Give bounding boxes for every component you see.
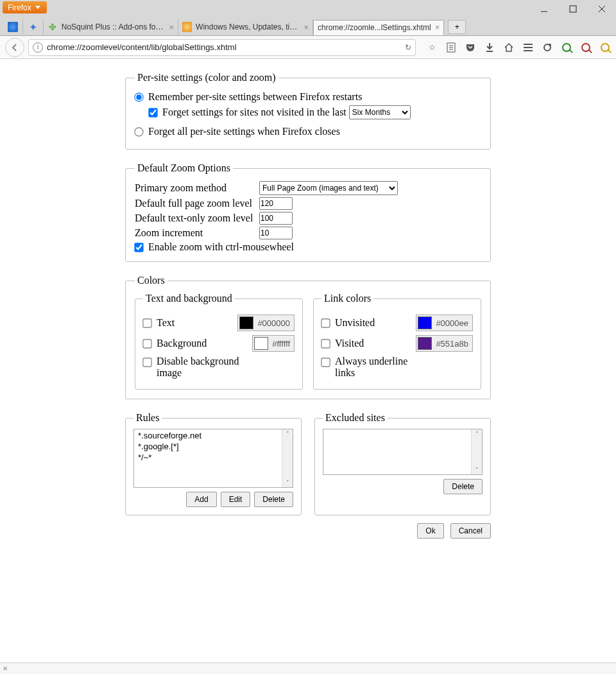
full-zoom-label: Default full page zoom level bbox=[135, 198, 259, 209]
scrollbar[interactable]: ˄˅ bbox=[282, 429, 293, 487]
new-tab-button[interactable]: + bbox=[448, 20, 466, 34]
unvisited-checkbox[interactable] bbox=[321, 318, 330, 327]
add-rule-button[interactable]: Add bbox=[186, 492, 216, 507]
full-zoom-input[interactable] bbox=[259, 197, 293, 210]
scroll-down-icon[interactable]: ˅ bbox=[475, 465, 479, 474]
zoom-legend: Default Zoom Options bbox=[135, 162, 233, 174]
nav-toolbar: i ↻ ☆ bbox=[0, 36, 616, 59]
firefox-menu-label: Firefox bbox=[8, 3, 31, 12]
list-item[interactable]: *.google.[*] bbox=[138, 442, 289, 453]
delete-excluded-button[interactable]: Delete bbox=[443, 479, 483, 494]
color-hex: #ffffff bbox=[272, 339, 290, 349]
cancel-button[interactable]: Cancel bbox=[450, 523, 491, 539]
scroll-up-icon[interactable]: ˄ bbox=[286, 429, 289, 438]
rules-fieldset: Rules *.sourceforge.net *.google.[*] */~… bbox=[125, 412, 302, 515]
close-button[interactable] bbox=[587, 0, 616, 18]
ctrl-wheel-label: Enable zoom with ctrl-mousewheel bbox=[148, 241, 294, 253]
addon-favicon-icon: ✤ bbox=[47, 22, 58, 32]
scroll-down-icon[interactable]: ˅ bbox=[286, 478, 289, 487]
maximize-button[interactable] bbox=[558, 0, 587, 18]
scroll-up-icon[interactable]: ˄ bbox=[475, 429, 479, 438]
firefox-menu-button[interactable]: Firefox bbox=[3, 1, 47, 13]
zoom-increment-label: Zoom increment bbox=[135, 227, 259, 239]
status-bar: ✕ bbox=[0, 662, 616, 674]
menu-icon[interactable] bbox=[522, 42, 534, 53]
forget-old-checkbox[interactable] bbox=[148, 108, 157, 117]
dialog-buttons: Ok Cancel bbox=[125, 523, 491, 539]
forget-old-label: Forget settings for sites not visited in… bbox=[162, 107, 346, 118]
dropdown-icon bbox=[35, 6, 40, 9]
colors-legend: Colors bbox=[135, 275, 167, 286]
url-input[interactable] bbox=[47, 42, 401, 52]
underline-checkbox[interactable] bbox=[321, 358, 330, 367]
primary-zoom-select[interactable]: Full Page Zoom (images and text) bbox=[259, 181, 398, 195]
tab-close-icon[interactable]: × bbox=[169, 22, 174, 32]
scrollbar[interactable]: ˄˅ bbox=[471, 429, 482, 474]
rules-excluded-row: Rules *.sourceforge.net *.google.[*] */~… bbox=[125, 412, 491, 523]
zoom-out-icon[interactable] bbox=[580, 42, 592, 53]
forget-all-radio[interactable] bbox=[134, 127, 143, 136]
disable-bg-checkbox[interactable] bbox=[142, 358, 151, 367]
addons-icon[interactable]: ✦ bbox=[23, 19, 44, 35]
remember-persite-radio[interactable] bbox=[134, 92, 143, 101]
tab-close-icon[interactable]: × bbox=[435, 22, 440, 32]
ctrl-wheel-checkbox[interactable] bbox=[134, 243, 143, 252]
edit-rule-button[interactable]: Edit bbox=[221, 492, 251, 507]
excluded-fieldset: Excluded sites ˄˅ Delete bbox=[314, 412, 491, 515]
text-zoom-label: Default text-only zoom level bbox=[135, 212, 259, 224]
home-icon[interactable] bbox=[503, 42, 515, 53]
rules-legend: Rules bbox=[133, 412, 162, 424]
text-zoom-input[interactable] bbox=[259, 212, 293, 225]
bg-color-label: Background bbox=[157, 338, 207, 349]
unvisited-label: Unvisited bbox=[335, 317, 375, 329]
firefox-logo-icon[interactable] bbox=[3, 19, 23, 35]
notifications-icon[interactable] bbox=[542, 42, 553, 53]
zoom-reset-icon[interactable] bbox=[599, 42, 611, 53]
rules-items: *.sourceforge.net *.google.[*] */~* bbox=[134, 429, 293, 465]
downloads-icon[interactable] bbox=[484, 42, 495, 53]
tab-close-icon[interactable]: × bbox=[304, 22, 309, 32]
ok-button[interactable]: Ok bbox=[417, 523, 443, 539]
disable-bg-label: Disable background image bbox=[157, 356, 246, 379]
resize-grip-icon[interactable]: ✕ bbox=[3, 665, 8, 672]
site-info-icon[interactable]: i bbox=[33, 42, 43, 53]
tab-windows-news[interactable]: Windows News, Updates, tips ... × bbox=[178, 19, 313, 35]
site-favicon-icon bbox=[182, 22, 192, 32]
list-item[interactable]: *.sourceforge.net bbox=[138, 431, 289, 442]
visited-color-picker[interactable]: #551a8b bbox=[416, 335, 473, 352]
tab-strip: ✦ ✤ NoSquint Plus :: Add-ons for ... × W… bbox=[0, 19, 616, 36]
color-hex: #551a8b bbox=[436, 339, 468, 349]
excluded-legend: Excluded sites bbox=[323, 412, 388, 424]
color-swatch bbox=[418, 316, 432, 329]
pocket-icon[interactable] bbox=[465, 42, 476, 53]
color-hex: #0000ee bbox=[436, 318, 468, 328]
tab-nosquint[interactable]: ✤ NoSquint Plus :: Add-ons for ... × bbox=[44, 19, 178, 35]
back-button[interactable] bbox=[5, 38, 24, 57]
persite-fieldset: Per-site settings (color and zoom) Remem… bbox=[125, 72, 491, 150]
reload-icon[interactable]: ↻ bbox=[405, 43, 411, 52]
zoom-increment-input[interactable] bbox=[259, 227, 293, 239]
text-color-picker[interactable]: #000000 bbox=[237, 315, 295, 331]
link-colors-legend: Link colors bbox=[321, 293, 373, 304]
tab-zoomlevel-settings[interactable]: chrome://zoomle...lSettings.xhtml × bbox=[313, 20, 444, 35]
forget-period-select[interactable]: Six Months bbox=[349, 105, 411, 119]
text-color-checkbox[interactable] bbox=[142, 318, 151, 327]
color-hex: #000000 bbox=[257, 318, 290, 328]
visited-checkbox[interactable] bbox=[321, 339, 330, 348]
url-bar[interactable]: i ↻ bbox=[28, 39, 416, 56]
rules-listbox[interactable]: *.sourceforge.net *.google.[*] */~* ˄˅ bbox=[133, 429, 293, 488]
tab-label: chrome://zoomle...lSettings.xhtml bbox=[318, 23, 431, 32]
minimize-button[interactable] bbox=[529, 0, 558, 18]
reader-icon[interactable] bbox=[445, 42, 457, 53]
list-item[interactable]: */~* bbox=[138, 453, 289, 463]
zoom-in-icon[interactable] bbox=[561, 42, 572, 53]
excluded-listbox[interactable]: ˄˅ bbox=[323, 429, 483, 475]
text-color-label: Text bbox=[157, 317, 175, 329]
bookmark-star-icon[interactable]: ☆ bbox=[426, 42, 438, 53]
underline-label: Always underline links bbox=[335, 356, 425, 379]
unvisited-color-picker[interactable]: #0000ee bbox=[416, 315, 473, 331]
bg-color-checkbox[interactable] bbox=[142, 339, 151, 348]
bg-color-picker[interactable]: #ffffff bbox=[252, 335, 295, 352]
delete-rule-button[interactable]: Delete bbox=[254, 492, 293, 507]
forget-all-label: Forget all per-site settings when Firefo… bbox=[148, 126, 340, 137]
